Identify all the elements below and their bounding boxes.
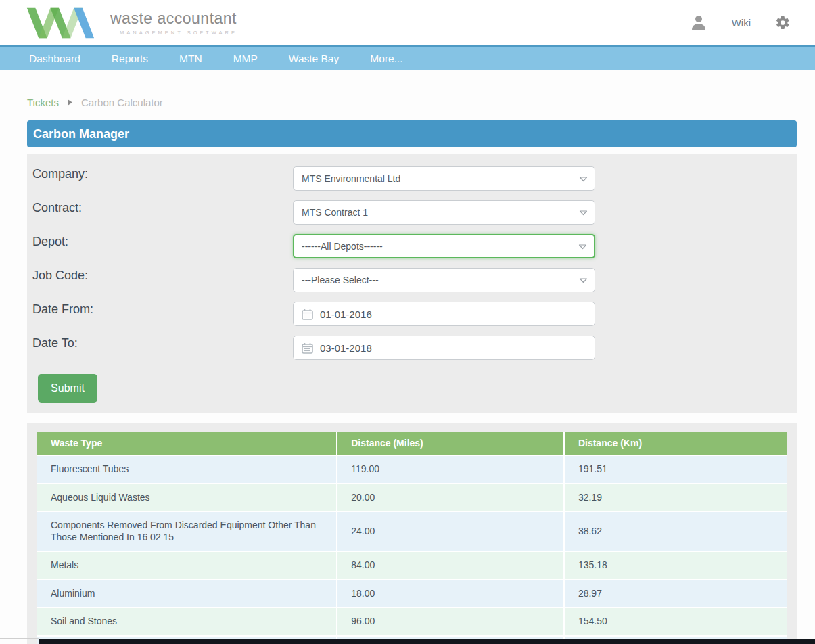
nav-item-more[interactable]: More... bbox=[354, 47, 418, 70]
calendar-icon bbox=[302, 342, 313, 354]
nav-item-reports[interactable]: Reports bbox=[96, 47, 164, 70]
date-value: 01-01-2016 bbox=[320, 308, 372, 320]
wiki-link[interactable]: Wiki bbox=[732, 17, 751, 28]
km-cell: 191.51 bbox=[564, 455, 787, 484]
date-to-input[interactable]: 03-01-2018 bbox=[293, 336, 595, 360]
chevron-down-icon bbox=[579, 274, 588, 286]
waste-type-cell: Aqueous Liquid Wastes bbox=[37, 484, 337, 512]
selected-value: MTS Contract 1 bbox=[302, 207, 368, 218]
page-title: Carbon Manager bbox=[27, 120, 797, 147]
waste-type-cell: Metals bbox=[37, 551, 337, 580]
breadcrumb-carbon-calculator: Carbon Calculator bbox=[81, 97, 163, 108]
brand-logo-icon bbox=[20, 4, 100, 43]
waste-type-cell: Soil and Stones bbox=[37, 607, 337, 636]
nav-item-dashboard[interactable]: Dashboard bbox=[14, 47, 96, 70]
miles-cell: 20.00 bbox=[337, 484, 564, 512]
form-row: Company: MTS Environmental Ltd bbox=[32, 166, 797, 200]
table-row: Metals84.00135.18 bbox=[37, 551, 787, 580]
gear-icon[interactable] bbox=[775, 15, 791, 30]
column-header: Waste Type bbox=[37, 432, 337, 455]
table-row: Fluorescent Tubes119.00191.51 bbox=[37, 455, 787, 484]
user-icon[interactable] bbox=[690, 14, 707, 31]
results-table-panel: Waste TypeDistance (Miles)Distance (Km) … bbox=[27, 423, 797, 644]
form-row: Depot: ------All Depots------ bbox=[32, 234, 797, 268]
nav-item-mtn[interactable]: MTN bbox=[164, 47, 218, 70]
form-row: Job Code: ---Please Select--- bbox=[32, 268, 797, 302]
breadcrumb: Tickets Carbon Calculator bbox=[27, 97, 797, 108]
bottom-divider-line bbox=[0, 638, 39, 639]
miles-cell: 24.00 bbox=[337, 511, 564, 551]
chevron-down-icon bbox=[578, 240, 587, 252]
selected-value: MTS Environmental Ltd bbox=[302, 173, 400, 184]
column-header: Distance (Km) bbox=[564, 432, 787, 455]
date-from-input[interactable]: 01-01-2016 bbox=[293, 302, 595, 326]
field-label: Date To: bbox=[32, 336, 293, 350]
table-header-row: Waste TypeDistance (Miles)Distance (Km) bbox=[37, 432, 787, 455]
carbon-filter-form: Company: MTS Environmental Ltd Contract:… bbox=[27, 154, 797, 413]
field-label: Date From: bbox=[32, 302, 293, 317]
waste-type-cell: Components Removed From Discarded Equipm… bbox=[37, 511, 337, 551]
date-value: 03-01-2018 bbox=[320, 342, 372, 354]
km-cell: 38.62 bbox=[564, 511, 787, 551]
selected-value: ------All Depots------ bbox=[302, 241, 383, 252]
company-select[interactable]: MTS Environmental Ltd bbox=[293, 166, 595, 191]
table-row: Aluminium18.0028.97 bbox=[37, 580, 787, 608]
form-row: Date To: 03-01-2018 bbox=[32, 336, 797, 369]
table-row: Aqueous Liquid Wastes20.0032.19 bbox=[37, 484, 787, 512]
submit-button[interactable]: Submit bbox=[38, 374, 97, 402]
table-row: Soil and Stones96.00154.50 bbox=[37, 607, 787, 636]
km-cell: 135.18 bbox=[564, 551, 787, 580]
selected-value: ---Please Select--- bbox=[302, 275, 379, 285]
chevron-down-icon bbox=[579, 206, 588, 218]
table-row: Components Removed From Discarded Equipm… bbox=[37, 511, 787, 551]
distance-table: Waste TypeDistance (Miles)Distance (Km) … bbox=[37, 432, 787, 644]
form-row: Date From: 01-01-2016 bbox=[32, 302, 797, 336]
breadcrumb-tickets[interactable]: Tickets bbox=[27, 97, 59, 108]
field-label: Contract: bbox=[32, 200, 293, 215]
column-header: Distance (Miles) bbox=[337, 432, 564, 455]
miles-cell: 84.00 bbox=[337, 551, 564, 580]
field-label: Depot: bbox=[32, 234, 293, 249]
km-cell: 28.97 bbox=[564, 580, 787, 608]
miles-cell: 119.00 bbox=[337, 455, 564, 484]
miles-cell: 18.00 bbox=[337, 580, 564, 608]
chevron-down-icon bbox=[579, 172, 588, 185]
miles-cell: 96.00 bbox=[337, 607, 564, 636]
field-label: Company: bbox=[32, 166, 293, 181]
job-code-select[interactable]: ---Please Select--- bbox=[293, 268, 595, 292]
field-label: Job Code: bbox=[32, 268, 293, 283]
form-row: Contract: MTS Contract 1 bbox=[32, 200, 797, 234]
brand-text: waste accountant MANAGEMENT SOFTWARE bbox=[110, 9, 237, 36]
calendar-icon bbox=[302, 308, 313, 320]
bottom-overlay-bar bbox=[39, 639, 815, 644]
brand-title: waste accountant bbox=[110, 9, 237, 28]
nav-item-mmp[interactable]: MMP bbox=[218, 47, 273, 70]
waste-type-cell: Fluorescent Tubes bbox=[37, 455, 337, 484]
contract-select[interactable]: MTS Contract 1 bbox=[293, 200, 595, 225]
header-actions: Wiki bbox=[690, 0, 791, 45]
waste-type-cell: Aluminium bbox=[37, 580, 337, 608]
km-cell: 32.19 bbox=[564, 484, 787, 512]
main-content: Tickets Carbon Calculator Carbon Manager… bbox=[27, 97, 797, 644]
km-cell: 154.50 bbox=[564, 607, 787, 636]
breadcrumb-arrow-icon bbox=[67, 99, 73, 106]
depot-select[interactable]: ------All Depots------ bbox=[293, 234, 595, 258]
main-navbar: DashboardReportsMTNMMPWaste BayMore... bbox=[0, 45, 815, 70]
top-header: waste accountant MANAGEMENT SOFTWARE Wik… bbox=[0, 0, 815, 45]
brand-subtitle: MANAGEMENT SOFTWARE bbox=[110, 30, 237, 36]
nav-item-waste-bay[interactable]: Waste Bay bbox=[273, 47, 354, 70]
